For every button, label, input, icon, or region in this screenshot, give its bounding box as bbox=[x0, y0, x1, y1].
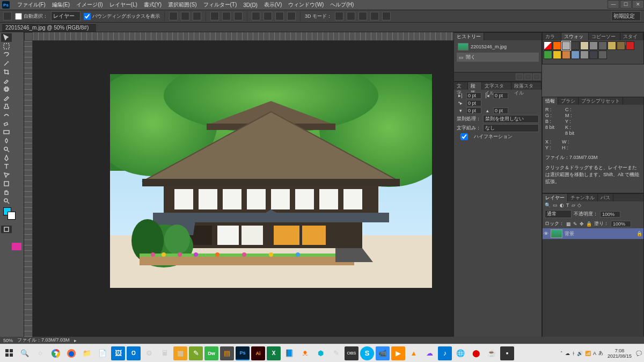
workspace-switcher[interactable]: 初期設定 bbox=[611, 11, 641, 21]
wand-tool[interactable] bbox=[1, 59, 12, 68]
cortana-icon[interactable]: ○ bbox=[33, 346, 47, 360]
gradient-tool[interactable] bbox=[1, 128, 12, 136]
ruler-horizontal[interactable] bbox=[33, 32, 453, 41]
swatch-item[interactable] bbox=[589, 41, 598, 50]
notifications-icon[interactable]: 💬 bbox=[636, 351, 642, 356]
visibility-icon[interactable]: 👁 bbox=[544, 231, 548, 236]
history-brush-tool[interactable] bbox=[1, 111, 12, 119]
app-icon[interactable]: 📘 bbox=[282, 346, 296, 360]
space-before-input[interactable] bbox=[466, 107, 481, 114]
3d-icon[interactable] bbox=[347, 12, 355, 20]
parastyle-tab[interactable]: 段落スタイル bbox=[511, 82, 541, 90]
background-color[interactable] bbox=[8, 212, 16, 220]
marquee-tool[interactable] bbox=[1, 42, 12, 50]
dreamweaver-icon[interactable]: Dw bbox=[204, 346, 218, 360]
filter-img-icon[interactable]: ▭ bbox=[553, 202, 558, 208]
swatch-item[interactable] bbox=[617, 41, 625, 50]
arrange-icon[interactable] bbox=[287, 12, 296, 20]
layers-tab[interactable]: レイヤー bbox=[543, 194, 568, 201]
align-icon[interactable] bbox=[169, 12, 178, 20]
app-icon[interactable]: ▦ bbox=[173, 346, 187, 360]
swatch-item[interactable] bbox=[562, 41, 570, 50]
3d-icon[interactable] bbox=[358, 12, 367, 20]
zoom-level[interactable]: 50% bbox=[3, 338, 13, 343]
brushpreset-tab[interactable]: ブラシプリセット bbox=[579, 97, 623, 105]
app-icon[interactable]: ☕ bbox=[485, 346, 499, 360]
kinsoku-select[interactable]: 禁則を使用しない bbox=[483, 115, 539, 123]
excel-icon[interactable]: X bbox=[267, 346, 281, 360]
explorer-icon[interactable]: 📁 bbox=[80, 346, 94, 360]
screen-mode[interactable] bbox=[12, 243, 21, 250]
swatch-item[interactable] bbox=[571, 50, 580, 59]
3d-icon[interactable] bbox=[335, 12, 343, 20]
menu-3d[interactable]: 3D(D) bbox=[240, 2, 261, 8]
swatch-item[interactable] bbox=[598, 41, 607, 50]
history-tab[interactable]: ヒストリー bbox=[454, 33, 484, 40]
charstyle-tab[interactable]: 文字スタイル bbox=[482, 82, 512, 90]
start-button[interactable] bbox=[2, 346, 16, 360]
lock-trans-icon[interactable]: ▦ bbox=[566, 221, 571, 227]
pen-tool[interactable] bbox=[1, 154, 12, 162]
filter-smart-icon[interactable]: ◇ bbox=[577, 202, 581, 208]
arrange-icon[interactable] bbox=[264, 12, 272, 20]
canvas-area[interactable] bbox=[24, 32, 453, 348]
calc-icon[interactable]: 🖩 bbox=[158, 346, 172, 360]
notepad-icon[interactable]: 📄 bbox=[96, 346, 109, 360]
menu-select[interactable]: 選択範囲(S) bbox=[165, 1, 200, 9]
close-button[interactable]: ✕ bbox=[632, 0, 644, 9]
shape-tool[interactable] bbox=[1, 179, 12, 188]
clone-tab[interactable]: コピーソース bbox=[589, 33, 620, 40]
style-tab[interactable]: スタイル bbox=[620, 33, 643, 40]
swatch-item[interactable] bbox=[544, 41, 552, 50]
swatch-tab[interactable]: スウォッチ bbox=[561, 33, 589, 40]
eraser-tool[interactable] bbox=[1, 119, 12, 128]
menu-window[interactable]: ウィンドウ(W) bbox=[285, 1, 327, 9]
swatch-item[interactable] bbox=[580, 50, 589, 59]
menu-edit[interactable]: 編集(E) bbox=[49, 1, 73, 9]
tool-preset-icon[interactable] bbox=[3, 12, 12, 20]
tray-chevron-icon[interactable]: ˄ bbox=[560, 351, 563, 356]
menu-help[interactable]: ヘルプ(H) bbox=[327, 1, 357, 9]
photoshop-icon[interactable]: Ps bbox=[236, 346, 250, 360]
auto-select-check[interactable] bbox=[15, 13, 22, 20]
stamp-tool[interactable] bbox=[1, 102, 12, 111]
lock-pixel-icon[interactable]: ✎ bbox=[573, 221, 577, 227]
settings-icon[interactable]: ⚙ bbox=[142, 346, 156, 360]
sublime-icon[interactable]: ▤ bbox=[220, 346, 234, 360]
trash-icon[interactable] bbox=[533, 74, 540, 80]
firefox-icon[interactable] bbox=[64, 346, 78, 360]
distribute-icon[interactable] bbox=[222, 12, 231, 20]
align-icon[interactable] bbox=[193, 12, 201, 20]
menu-file[interactable]: ファイル(F) bbox=[14, 1, 49, 9]
skype-icon[interactable]: S bbox=[360, 346, 374, 360]
eyedropper-tool[interactable] bbox=[1, 76, 12, 85]
menu-view[interactable]: 表示(V) bbox=[261, 1, 285, 9]
adobe-icon[interactable]: ✎ bbox=[189, 346, 203, 360]
clock[interactable]: 7:082021/08/15 bbox=[605, 348, 634, 359]
photos-icon[interactable]: 🖼 bbox=[111, 346, 125, 360]
indent-right-input[interactable] bbox=[493, 92, 508, 99]
hyphen-check[interactable] bbox=[457, 133, 472, 140]
app-icon[interactable]: ☁ bbox=[422, 346, 436, 360]
swatch-item[interactable] bbox=[608, 41, 616, 50]
fill-input[interactable]: 100% bbox=[611, 221, 631, 227]
filter-adj-icon[interactable]: ◐ bbox=[560, 202, 564, 208]
swatch-item[interactable] bbox=[553, 41, 561, 50]
terminal-icon[interactable]: ▪ bbox=[500, 346, 514, 360]
swatch-item[interactable] bbox=[571, 41, 580, 50]
color-swatches[interactable] bbox=[1, 207, 23, 222]
indent-first-input[interactable] bbox=[466, 100, 481, 106]
ruler-vertical[interactable] bbox=[24, 41, 33, 348]
filter-shape-icon[interactable]: ▱ bbox=[572, 202, 575, 208]
layer-thumb[interactable] bbox=[551, 229, 562, 238]
swatch-item[interactable] bbox=[589, 50, 598, 59]
new-icon[interactable] bbox=[524, 74, 532, 80]
globe-icon[interactable]: 🌐 bbox=[453, 346, 467, 360]
channels-tab[interactable]: チャンネル bbox=[568, 194, 598, 201]
snapshot-icon[interactable] bbox=[516, 74, 523, 80]
blend-mode-select[interactable]: 通常 bbox=[545, 210, 572, 218]
lock-pos-icon[interactable]: ✥ bbox=[580, 221, 584, 227]
brush-tool[interactable] bbox=[1, 93, 12, 102]
status-arrow-icon[interactable]: ▸ bbox=[74, 338, 77, 343]
search-icon[interactable]: 🔍 bbox=[18, 346, 32, 360]
